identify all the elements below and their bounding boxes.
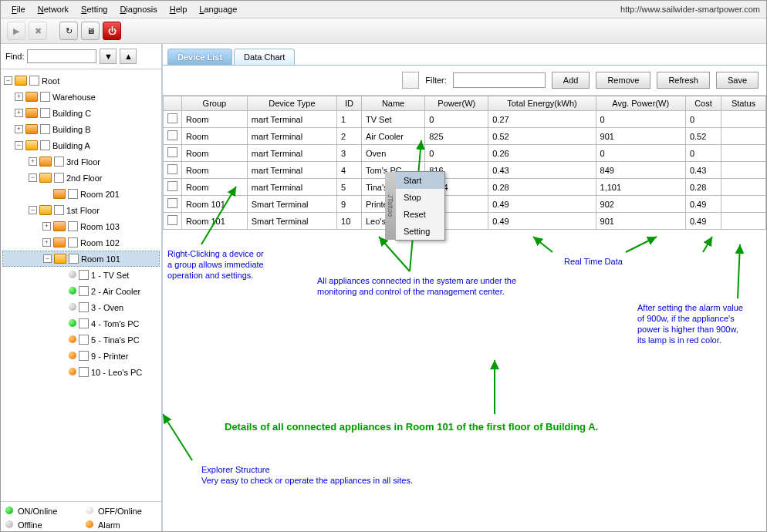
save-button[interactable]: Save — [716, 72, 759, 89]
filter-icon-button[interactable] — [402, 72, 419, 89]
col-id[interactable]: ID — [337, 96, 362, 111]
col-status[interactable]: Status — [721, 96, 766, 111]
filter-label: Filter: — [425, 76, 447, 85]
table-row[interactable]: Room 101Smart Terminal9Printer 9800.4990… — [164, 196, 766, 213]
table-row[interactable]: Roommart Terminal4Tom's PC 8160.438490.4… — [164, 162, 766, 179]
tree-3rd-floor[interactable]: +3rd Floor — [2, 153, 160, 170]
table-row[interactable]: Roommart Terminal5Tina's PC 10540.281,10… — [164, 179, 766, 196]
tree-device-10[interactable]: 10 - Leo's PC — [2, 364, 160, 380]
menu-bar: File Network Setting Diagnosis Help Lang… — [1, 1, 766, 19]
ann-real-time-data: Real Time Data — [564, 256, 623, 267]
settings-button[interactable]: 🖥 — [81, 22, 100, 40]
menu-network[interactable]: Network — [33, 3, 73, 15]
context-menu[interactable]: JTattoo Start Stop Reset Setting — [395, 171, 445, 241]
tabs: Device List Data Chart — [163, 44, 766, 66]
device-grid: Group Device Type ID Name Power(W) Total… — [163, 96, 766, 230]
tree-device-2[interactable]: 2 - Air Cooler — [2, 283, 160, 299]
ctx-stop[interactable]: Stop — [396, 189, 444, 206]
ctx-reset[interactable]: Reset — [396, 206, 444, 223]
tree-building-a[interactable]: −Building A — [2, 137, 160, 153]
tree-building-b[interactable]: +Building B — [2, 121, 160, 137]
filter-bar: Filter: Add Remove Refresh Save — [163, 66, 766, 96]
col-device-type[interactable]: Device Type — [247, 96, 336, 111]
refresh-button[interactable]: ↻ — [59, 22, 78, 40]
menu-file[interactable]: File — [7, 3, 30, 15]
col-cost[interactable]: Cost — [685, 96, 721, 111]
table-row[interactable]: Roommart Terminal1TV Set 00.2700 — [164, 111, 766, 128]
menu-help[interactable]: Help — [165, 3, 192, 15]
svg-line-4 — [626, 237, 657, 252]
tree-label: Building B — [52, 125, 91, 134]
add-button[interactable]: Add — [552, 72, 590, 89]
stop-button[interactable]: ✖ — [29, 22, 47, 40]
toolbar: ▶ ✖ ↻ 🖥 ⏻ — [1, 19, 766, 44]
col-group[interactable]: Group — [182, 96, 248, 111]
tree-device-5[interactable]: 5 - Tina's PC — [2, 332, 160, 348]
tree-root[interactable]: −Root — [2, 72, 160, 89]
ctx-start[interactable]: Start — [396, 172, 444, 189]
svg-line-6 — [738, 244, 740, 298]
table-row[interactable]: Room 101Smart Terminal10Leo's PC 9070.49… — [164, 213, 766, 230]
remove-button[interactable]: Remove — [596, 72, 650, 89]
tree-label: 9 - Printer — [91, 352, 128, 361]
tree-device-3[interactable]: 3 - Oven — [2, 299, 160, 315]
tree-room-101[interactable]: −Room 101 — [2, 251, 160, 267]
filter-input[interactable] — [453, 72, 546, 88]
tree-device-9[interactable]: 9 - Printer — [2, 348, 160, 364]
menu-language[interactable]: Language — [194, 3, 242, 15]
menu-setting[interactable]: Setting — [76, 3, 112, 15]
tree-room-103[interactable]: +Room 103 — [2, 218, 160, 234]
col-total-energy[interactable]: Total Energy(kWh) — [488, 96, 596, 111]
tree-label: Room 103 — [80, 222, 120, 231]
tree-label: 2 - Air Cooler — [91, 287, 140, 296]
tree-room-102[interactable]: +Room 102 — [2, 234, 160, 251]
table-row[interactable]: Roommart Terminal3Oven 00.2600 — [164, 145, 766, 162]
find-bar: Find: ▼ ▲ — [1, 44, 161, 69]
legend-off: OFF/Online — [98, 507, 142, 516]
find-down-button[interactable]: ▼ — [100, 49, 117, 64]
legend-on: ON/Online — [18, 507, 57, 516]
col-name[interactable]: Name — [361, 96, 424, 111]
tree-label: 4 - Tom's PC — [91, 319, 139, 328]
play-button[interactable]: ▶ — [7, 22, 25, 40]
ann-explorer: Explorer Structure Very easy to check or… — [201, 464, 413, 486]
tree-label: Building C — [52, 109, 91, 118]
grid-header: Group Device Type ID Name Power(W) Total… — [164, 96, 766, 111]
find-label: Find: — [5, 52, 24, 61]
menu-diagnosis[interactable]: Diagnosis — [115, 3, 161, 15]
ann-all-appliances: All appliances connected in the system a… — [317, 275, 516, 297]
table-row[interactable]: Roommart Terminal2Air Cooler 8250.529010… — [164, 128, 766, 145]
tree-label: Room 201 — [80, 190, 120, 199]
tree-label: 5 - Tina's PC — [91, 335, 140, 345]
tab-device-list[interactable]: Device List — [167, 49, 232, 65]
col-power[interactable]: Power(W) — [425, 96, 488, 111]
tree-2nd-floor[interactable]: −2nd Floor — [2, 170, 160, 186]
power-button[interactable]: ⏻ — [103, 22, 121, 40]
tree-device-1[interactable]: 1 - TV Set — [2, 267, 160, 283]
tree-room-201[interactable]: Room 201 — [2, 186, 160, 202]
tree-label: Room 102 — [80, 238, 120, 247]
legend-alarm: Alarm — [98, 520, 120, 530]
tree[interactable]: −Root +Warehouse +Building C +Building B… — [1, 69, 161, 501]
tree-1st-floor[interactable]: −1st Floor — [2, 202, 160, 218]
legend: ON/Online OFF/Online Offline Alarm — [1, 501, 161, 532]
url-label: http://www.sailwider-smartpower.com — [620, 5, 760, 14]
col-avg-power[interactable]: Avg. Power(W) — [596, 96, 685, 111]
find-up-button[interactable]: ▲ — [120, 49, 137, 64]
ann-alarm: After setting the alarm value of 900w, i… — [637, 302, 743, 345]
main-panel: Device List Data Chart Filter: Add Remov… — [163, 44, 766, 532]
tree-label: 3rd Floor — [66, 157, 100, 167]
tree-label: 10 - Leo's PC — [91, 368, 142, 377]
tree-device-4[interactable]: 4 - Tom's PC — [2, 315, 160, 332]
tree-label: Room 101 — [81, 254, 120, 264]
ctx-setting[interactable]: Setting — [396, 223, 444, 240]
tree-building-c[interactable]: +Building C — [2, 105, 160, 121]
tree-label: Root — [42, 76, 59, 86]
tree-label: Warehouse — [52, 93, 96, 102]
tab-data-chart[interactable]: Data Chart — [234, 49, 295, 65]
svg-line-5 — [703, 237, 712, 252]
find-input[interactable] — [27, 49, 96, 63]
refresh-button[interactable]: Refresh — [657, 72, 710, 89]
svg-line-8 — [163, 414, 192, 460]
tree-warehouse[interactable]: +Warehouse — [2, 89, 160, 105]
